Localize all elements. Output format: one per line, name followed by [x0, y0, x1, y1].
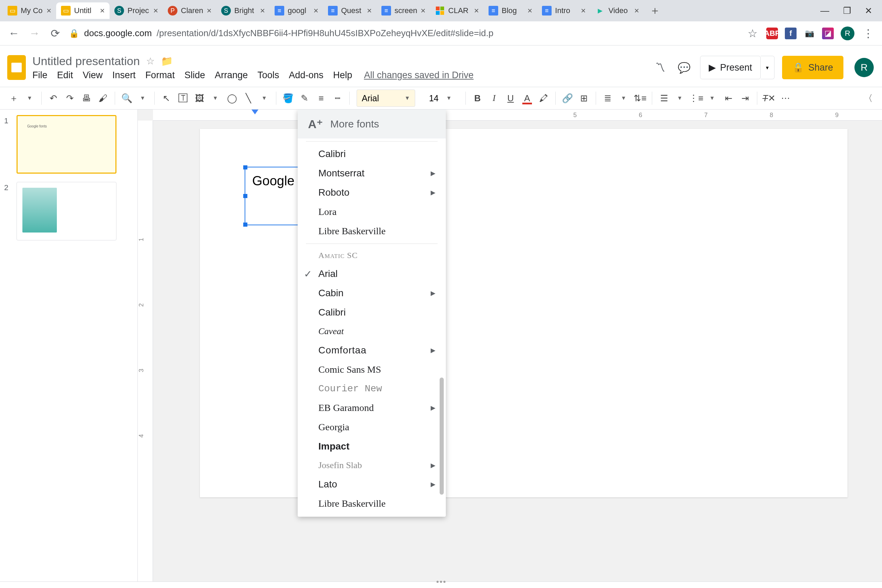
present-dropdown[interactable]: ▾ [761, 56, 774, 79]
slides-logo[interactable] [4, 51, 29, 84]
notes-splitter[interactable] [432, 580, 450, 584]
font-option[interactable]: Impact [298, 437, 446, 456]
new-slide-button[interactable]: ＋ [6, 91, 21, 106]
font-option[interactable]: Lato▶ [298, 475, 446, 494]
browser-tab[interactable]: ≡Intro× [537, 2, 591, 19]
tab-close-icon[interactable]: × [367, 6, 372, 15]
align-button[interactable]: ≣ [600, 91, 615, 106]
browser-tab[interactable]: SBright× [216, 2, 270, 19]
menu-format[interactable]: Format [146, 70, 175, 81]
font-option[interactable]: Calibri [298, 303, 446, 322]
tab-close-icon[interactable]: × [100, 6, 105, 15]
menu-edit[interactable]: Edit [57, 70, 74, 81]
ruler-indent-marker[interactable] [252, 110, 258, 114]
star-button[interactable]: ☆ [146, 56, 155, 67]
resize-handle[interactable] [243, 194, 248, 198]
border-color-button[interactable]: ✎ [297, 91, 312, 106]
menu-help[interactable]: Help [333, 70, 352, 81]
menu-slide[interactable]: Slide [184, 70, 205, 81]
menu-file[interactable]: File [32, 70, 48, 81]
tab-close-icon[interactable]: × [421, 6, 426, 15]
paint-format-button[interactable]: 🖌 [95, 91, 111, 106]
tab-close-icon[interactable]: × [634, 6, 639, 15]
facebook-extension-icon[interactable]: f [785, 27, 796, 39]
insert-comment-button[interactable]: ⊞ [576, 91, 591, 106]
zoom-button[interactable]: 🔍 [119, 91, 134, 106]
font-option[interactable]: Montserrat▶ [298, 164, 446, 183]
browser-tab[interactable]: ▭Untitl× [56, 2, 110, 19]
font-option[interactable]: Lora [298, 202, 446, 222]
screenshot-extension-icon[interactable]: 📷 [804, 27, 815, 39]
textbox-tool[interactable]: 🅃 [176, 91, 190, 106]
extension-icon[interactable]: ◪ [822, 27, 834, 39]
new-slide-dropdown[interactable]: ▼ [22, 91, 37, 106]
font-size-select[interactable]: 14 ▼ [422, 90, 459, 107]
account-avatar[interactable]: R [854, 58, 874, 77]
tab-close-icon[interactable]: × [528, 6, 532, 15]
bold-button[interactable]: B [470, 91, 485, 106]
chrome-menu-button[interactable]: ⋮ [861, 27, 875, 40]
font-option[interactable]: Courier New [298, 379, 446, 398]
image-tool[interactable]: 🖼 [192, 91, 207, 106]
select-tool[interactable]: ↖ [159, 91, 174, 106]
browser-tab[interactable]: ≡Quest× [323, 2, 376, 19]
minimize-button[interactable]: — [820, 6, 829, 16]
font-option[interactable]: Amatic SC [298, 247, 446, 264]
vertical-ruler[interactable]: 1 2 3 4 [138, 120, 153, 582]
filmstrip[interactable]: 1 Google fonts 2 [0, 110, 138, 582]
comments-button[interactable]: 💬 [676, 59, 693, 76]
tab-close-icon[interactable]: × [260, 6, 265, 15]
browser-tab[interactable]: ▭My Co× [3, 2, 56, 19]
decrease-indent-button[interactable]: ⇤ [721, 91, 736, 106]
font-option[interactable]: Georgia [298, 417, 446, 437]
tab-close-icon[interactable]: × [314, 6, 318, 15]
present-button[interactable]: ▶ Present [700, 56, 761, 79]
font-option[interactable]: Comfortaa▶ [298, 340, 446, 360]
numbered-list-button[interactable]: ☰ [656, 91, 672, 106]
font-option[interactable]: Josefin Slab▶ [298, 456, 446, 475]
tab-close-icon[interactable]: × [207, 6, 212, 15]
font-family-select[interactable]: Arial ▼ [357, 90, 415, 107]
forward-button[interactable]: → [28, 27, 41, 40]
underline-button[interactable]: U [503, 91, 518, 106]
bulleted-list-button[interactable]: ⋮≡ [689, 91, 704, 106]
resize-handle[interactable] [243, 222, 248, 226]
url-field[interactable]: 🔒 docs.google.com/presentation/d/1dsXfyc… [69, 28, 739, 39]
browser-tab[interactable]: PClaren× [163, 2, 216, 19]
resize-handle[interactable] [243, 165, 248, 170]
font-option[interactable]: ✓Arial [298, 264, 446, 284]
menu-view[interactable]: View [82, 70, 103, 81]
font-option[interactable]: Caveat [298, 322, 446, 340]
border-weight-button[interactable]: ≡ [314, 91, 328, 106]
align-dropdown[interactable]: ▼ [616, 91, 631, 106]
horizontal-ruler[interactable]: 1 5 6 7 8 9 [153, 110, 882, 120]
font-option[interactable]: Comic Sans MS [298, 360, 446, 379]
browser-tab[interactable]: CLAR× [430, 2, 484, 19]
back-button[interactable]: ← [7, 27, 21, 40]
numbered-list-dropdown[interactable]: ▼ [672, 91, 687, 106]
slide-canvas[interactable]: Google fonts [200, 129, 848, 497]
border-dash-button[interactable]: ┉ [330, 91, 345, 106]
bulleted-list-dropdown[interactable]: ▼ [705, 91, 720, 106]
line-tool[interactable]: ╲ [241, 91, 256, 106]
font-option[interactable]: EB Garamond▶ [298, 398, 446, 417]
slide-thumb-2[interactable] [16, 182, 117, 240]
redo-button[interactable]: ↷ [62, 91, 78, 106]
profile-badge[interactable]: R [841, 27, 854, 40]
line-spacing-button[interactable]: ⇅≡ [633, 91, 648, 106]
text-color-button[interactable]: A [519, 91, 535, 106]
italic-button[interactable]: I [486, 91, 502, 106]
font-option[interactable]: Calibri [298, 144, 446, 164]
font-option[interactable]: Libre Baskerville [298, 494, 446, 513]
menu-add-ons[interactable]: Add-ons [289, 70, 324, 81]
abp-extension-icon[interactable]: ABP [766, 27, 778, 39]
highlight-button[interactable]: 🖍 [536, 91, 551, 106]
browser-tab[interactable]: SProjec× [110, 2, 163, 19]
menu-arrange[interactable]: Arrange [214, 70, 248, 81]
maximize-button[interactable]: ❐ [843, 6, 851, 16]
clear-formatting-button[interactable]: T✕ [761, 91, 777, 106]
new-tab-button[interactable]: ＋ [646, 2, 663, 19]
share-button[interactable]: 🔒 Share [782, 56, 843, 79]
tab-close-icon[interactable]: × [46, 6, 51, 15]
collapse-toolbar-button[interactable]: 〈 [861, 91, 876, 106]
